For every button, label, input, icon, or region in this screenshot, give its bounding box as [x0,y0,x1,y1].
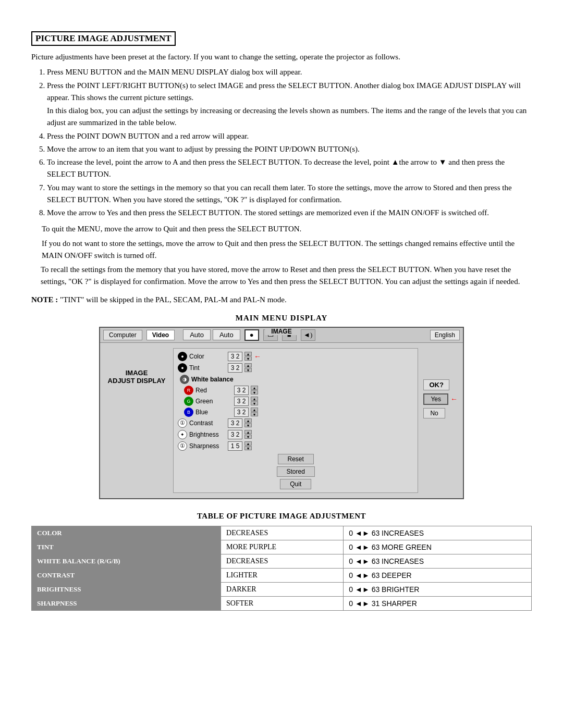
table-row: CONTRAST LIGHTER 0 ◄► 63 DEEPER [32,568,532,582]
ui-container: IMAGE Computer Video Auto Auto ● ▭ ■ ◄) … [99,327,464,499]
white-balance-label: ◑ White balance [180,375,413,384]
col-name-1: TINT [32,540,221,554]
sharpness-label: Sharpness [189,442,226,450]
contrast-icon: ① [178,418,187,428]
contrast-arrows[interactable]: ▲ ▼ [244,418,252,427]
table-row: SHARPNESS SOFTER 0 ◄► 31 SHARPER [32,596,532,610]
wb-blue-down[interactable]: ▼ [251,412,258,416]
wb-icon: ◑ [180,375,189,384]
yes-red-arrow: ← [450,395,458,403]
top-menubar: IMAGE Computer Video Auto Auto ● ▭ ■ ◄) … [100,328,463,343]
tint-label: Tint [189,364,226,372]
sharpness-down[interactable]: ▼ [244,446,252,450]
brightness-down[interactable]: ▼ [244,435,252,439]
brightness-arrows[interactable]: ▲ ▼ [244,430,252,439]
tint-value: 3 2 [228,363,242,373]
image-adjust-label: IMAGEADJUST DISPLAY [105,369,168,493]
ok-label: OK? [423,379,449,390]
step-11: To recall the settings from the memory t… [41,264,532,288]
note-text: NOTE : "TINT" will be skipped in the PAL… [31,295,532,304]
no-btn[interactable]: No [423,408,445,418]
wb-blue-row: B Blue 3 2 ▲ ▼ [184,408,413,417]
english-btn[interactable]: English [430,330,460,340]
contrast-label: Contrast [189,419,226,427]
step-2: Press the POINT LEFT/RIGHT BUTTON(s) to … [47,80,532,104]
brightness-up[interactable]: ▲ [244,430,252,434]
reset-btn[interactable]: Reset [278,454,314,464]
auto-buttons: Auto Auto [183,329,240,340]
intro-text: Picture adjustments have been preset at … [31,51,532,63]
image-label-bar: IMAGE [265,328,298,335]
adjust-panel: ● Color 3 2 ▲ ▼ ← ● Tint 3 2 ▲ ▼ [173,348,418,493]
contrast-up[interactable]: ▲ [244,418,252,423]
color-label: Color [189,353,226,360]
tint-icon: ● [178,363,187,373]
auto-btn-1[interactable]: Auto [183,329,211,340]
color-down-arrow[interactable]: ▼ [244,356,252,361]
col-left-0: DECREASES [221,526,344,540]
col-name-4: BRIGHTNESS [32,582,221,596]
table-title: TABLE OF PICTURE IMAGE ADJUSTMENT [31,512,532,521]
col-range-4: 0 ◄► 63 BRIGHTER [344,582,532,596]
tint-arrows[interactable]: ▲ ▼ [244,363,252,372]
wb-green-row: G Green 3 2 ▲ ▼ [184,397,413,406]
auto-btn-2[interactable]: Auto [213,329,240,340]
ui-main: IMAGEADJUST DISPLAY ● Color 3 2 ▲ ▼ ← ● [100,343,463,498]
wb-blue-icon: B [184,408,193,417]
col-left-4: DARKER [221,582,344,596]
wb-green-down[interactable]: ▼ [251,401,258,405]
icon-speaker[interactable]: ◄) [301,329,315,341]
step-3: In this dialog box, you can adjust the s… [36,105,532,129]
color-red-arrow: ← [254,352,261,361]
contrast-down[interactable]: ▼ [244,423,252,427]
col-name-0: COLOR [32,526,221,540]
wb-green-arrows[interactable]: ▲ ▼ [251,397,258,405]
brightness-label: Brightness [189,431,226,438]
tab-computer[interactable]: Computer [103,330,142,340]
step-8: Move the arrow to Yes and then press the… [47,207,532,219]
col-left-5: SOFTER [221,596,344,610]
col-range-1: 0 ◄► 63 MORE GREEN [344,540,532,554]
step-7: You may want to store the settings in th… [47,182,532,206]
stored-btn[interactable]: Stored [277,466,315,477]
color-row: ● Color 3 2 ▲ ▼ ← [178,352,413,361]
sharpness-value: 1 5 [228,441,242,451]
brightness-row: ✦ Brightness 3 2 ▲ ▼ [178,430,413,439]
col-range-0: 0 ◄► 63 INCREASES [344,526,532,540]
col-range-3: 0 ◄► 63 DEEPER [344,568,532,582]
step-10: If you do not want to store the settings… [42,238,532,262]
icon-circle[interactable]: ● [244,329,259,341]
color-arrows[interactable]: ▲ ▼ [244,352,252,361]
col-left-1: MORE PURPLE [221,540,344,554]
wb-green-label: Green [195,398,232,405]
col-left-3: LIGHTER [221,568,344,582]
section-title: PICTURE IMAGE ADJUSTMENT [31,31,176,46]
wb-red-down[interactable]: ▼ [251,390,258,394]
wb-red-arrows[interactable]: ▲ ▼ [251,386,258,394]
yes-btn[interactable]: Yes [423,393,448,405]
tint-down-arrow[interactable]: ▼ [244,368,252,372]
color-up-arrow[interactable]: ▲ [244,352,252,356]
wb-red-value: 3 2 [234,386,249,395]
tint-up-arrow[interactable]: ▲ [244,363,252,367]
color-value: 3 2 [228,352,242,361]
quit-btn[interactable]: Quit [280,479,311,489]
wb-blue-arrows[interactable]: ▲ ▼ [251,408,258,416]
tint-row: ● Tint 3 2 ▲ ▼ [178,363,413,373]
wb-red-up[interactable]: ▲ [251,386,258,390]
wb-green-value: 3 2 [234,397,249,406]
contrast-row: ① Contrast 3 2 ▲ ▼ [178,418,413,428]
wb-blue-up[interactable]: ▲ [251,408,258,412]
step-5: Move the arrow to an item that you want … [47,143,532,155]
step-1: Press MENU BUTTON and the MAIN MENU DISP… [47,66,532,78]
sharpness-arrows[interactable]: ▲ ▼ [244,441,252,450]
sharpness-up[interactable]: ▲ [244,441,252,446]
tab-video[interactable]: Video [146,330,175,340]
col-range-2: 0 ◄► 63 INCREASES [344,554,532,568]
wb-green-up[interactable]: ▲ [251,397,258,401]
white-balance-section: ◑ White balance R Red 3 2 ▲ ▼ [180,375,413,417]
wb-red-icon: R [184,386,193,395]
contrast-value: 3 2 [228,418,242,428]
wb-blue-label: Blue [195,409,232,416]
brightness-value: 3 2 [228,430,242,439]
